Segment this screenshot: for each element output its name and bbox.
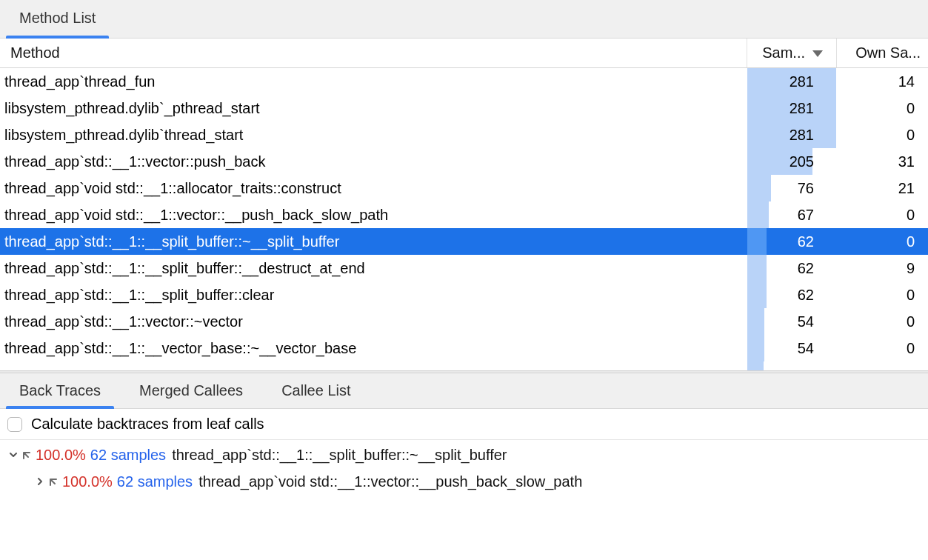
method-name: libsystem_pthread.dylib`thread_start (4, 127, 243, 143)
tab-method-list-label: Method List (19, 10, 96, 26)
own-samples-value: 0 (907, 287, 921, 304)
samples-bar (747, 308, 764, 335)
samples-bar (747, 201, 769, 228)
method-name: libsystem_pthread.dylib`_pthread_start (4, 100, 260, 116)
table-row[interactable]: thread_app`std::__1::vector::push_back20… (0, 148, 928, 175)
backtrace-row[interactable]: 100.0%62 samples thread_app`std::__1::__… (0, 441, 928, 468)
method-name: thread_app`std::__1::vector::push_back (4, 153, 265, 170)
samples-bar (747, 175, 771, 201)
samples-value: 205 (790, 153, 823, 170)
backtrace-method: thread_app`void std::__1::vector::__push… (198, 473, 582, 490)
tab-back-traces-label: Back Traces (19, 382, 101, 399)
tab-callee-list[interactable]: Callee List (262, 373, 370, 408)
method-name: thread_app`void std::__1::vector::__push… (4, 207, 388, 223)
top-tabbar: Method List (0, 0, 928, 39)
column-header-samples[interactable]: Sam... (747, 39, 836, 67)
own-samples-value: 0 (907, 100, 921, 117)
tab-callee-list-label: Callee List (281, 382, 350, 399)
caller-arrow-icon (47, 475, 61, 488)
samples-value: 281 (790, 100, 823, 117)
own-samples-value: 21 (898, 180, 921, 197)
method-name: thread_app`std::__1::__split_buffer::cle… (4, 287, 274, 303)
tab-merged-callees[interactable]: Merged Callees (120, 373, 262, 408)
calculate-backtraces-checkbox[interactable] (7, 417, 22, 432)
tab-back-traces[interactable]: Back Traces (0, 373, 120, 408)
method-name: thread_app`std::__1::vector::~vector (4, 313, 243, 330)
samples-bar (747, 228, 767, 255)
column-header-method[interactable]: Method (0, 39, 747, 67)
backtrace-row[interactable]: 100.0%62 samples thread_app`void std::__… (0, 468, 928, 495)
table-row[interactable]: thread_app`std::__1::__split_buffer::cle… (0, 281, 928, 308)
table-row[interactable]: thread_app`std::__1::__split_buffer::~__… (0, 228, 928, 255)
samples-value: 54 (798, 340, 823, 357)
samples-value: 76 (798, 180, 823, 197)
own-samples-value: 14 (898, 73, 921, 90)
backtrace-samples-link[interactable]: 62 samples (90, 447, 166, 464)
samples-bar (747, 281, 767, 308)
own-samples-value: 0 (907, 313, 921, 330)
samples-bar (747, 255, 767, 281)
table-row[interactable]: thread_app`void std::__1::vector::__push… (0, 201, 928, 228)
backtrace-method: thread_app`std::__1::__split_buffer::~__… (172, 447, 507, 464)
table-row[interactable]: thread_app`thread_fun28114 (0, 68, 928, 95)
backtrace-options-row: Calculate backtraces from leaf calls (0, 409, 928, 440)
backtrace-percent: 100.0% (62, 473, 113, 490)
column-header-own-samples[interactable]: Own Sa... (836, 39, 928, 67)
table-row[interactable]: thread_app`std::__1::vector::~vector540 (0, 308, 928, 335)
table-row[interactable]: thread_app`std::__1::__vector_base::~__v… (0, 335, 928, 361)
table-row[interactable]: thread_app`void std::__1::allocator_trai… (0, 175, 928, 201)
sort-descending-icon (812, 50, 823, 57)
table-row[interactable]: libsystem_pthread.dylib`thread_start2810 (0, 121, 928, 148)
tab-method-list[interactable]: Method List (0, 0, 115, 38)
tab-merged-callees-label: Merged Callees (139, 382, 243, 399)
samples-value: 62 (798, 233, 823, 250)
samples-value: 62 (798, 287, 823, 304)
method-name: thread_app`void std::__1::allocator_trai… (4, 180, 341, 196)
lower-tabbar: Back Traces Merged Callees Callee List (0, 373, 928, 409)
own-samples-value: 0 (907, 340, 921, 357)
method-name: thread_app`std::__1::__split_buffer::__d… (4, 260, 365, 276)
chevron-right-icon[interactable] (34, 477, 46, 486)
samples-bar (747, 361, 764, 370)
method-name: thread_app`thread_fun (4, 73, 156, 90)
method-name: thread_app`std::__1::__vector_base::~__v… (4, 340, 356, 356)
backtrace-percent: 100.0% (36, 447, 86, 464)
own-samples-value: 0 (907, 233, 921, 250)
method-name: thread_app`std::__1::__split_buffer::~__… (4, 233, 339, 250)
table-header: Method Sam... Own Sa... (0, 39, 928, 68)
own-samples-value: 0 (907, 127, 921, 144)
own-samples-value: 9 (907, 260, 921, 277)
caller-arrow-icon (21, 448, 34, 461)
method-table-body: thread_app`thread_fun28114libsystem_pthr… (0, 68, 928, 370)
chevron-down-icon[interactable] (7, 450, 19, 459)
samples-bar (747, 335, 764, 361)
own-samples-value: 0 (907, 207, 921, 224)
table-row[interactable]: libsystem_pthread.dylib`_pthread_start28… (0, 95, 928, 121)
own-samples-value: 31 (898, 153, 921, 170)
samples-value: 54 (798, 313, 823, 330)
table-row[interactable]: thread_app`std::__1::__split_buffer::__d… (0, 255, 928, 281)
samples-value: 281 (790, 73, 823, 90)
calculate-backtraces-label: Calculate backtraces from leaf calls (31, 416, 264, 433)
backtrace-tree: 100.0%62 samples thread_app`std::__1::__… (0, 440, 928, 495)
samples-value: 281 (790, 127, 823, 144)
table-row[interactable] (0, 361, 928, 370)
samples-value: 67 (798, 207, 823, 224)
samples-value: 62 (798, 260, 823, 277)
backtrace-samples-link[interactable]: 62 samples (117, 473, 193, 490)
